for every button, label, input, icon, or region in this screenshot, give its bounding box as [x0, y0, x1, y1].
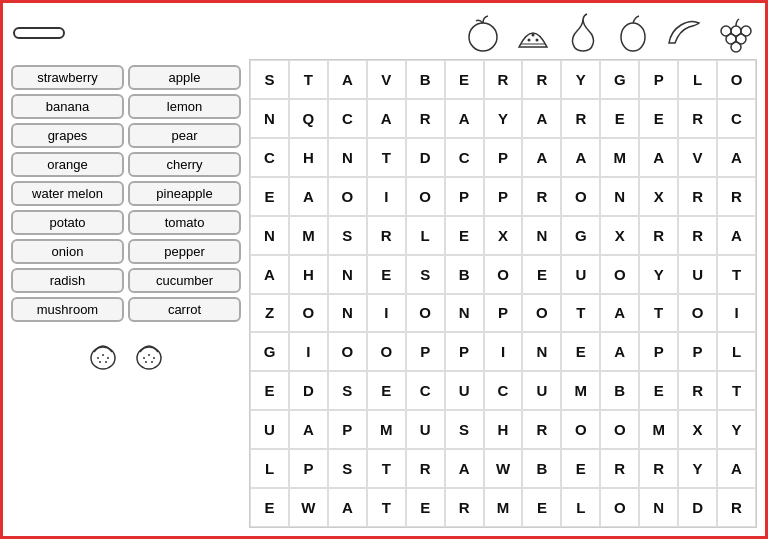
- cell-9-6: E: [639, 371, 678, 410]
- cell-0-11: L: [678, 60, 717, 99]
- cell-11-5: B: [522, 449, 561, 488]
- apple-icon: [461, 11, 505, 55]
- cell-6-2: O: [600, 255, 639, 294]
- cell-6-10: O: [406, 294, 445, 333]
- word-tag-pepper[interactable]: pepper: [128, 239, 241, 264]
- cell-12-10: D: [678, 488, 717, 527]
- cell-6-4: U: [678, 255, 717, 294]
- cell-7-10: O: [367, 332, 406, 371]
- cell-4-5: M: [289, 216, 328, 255]
- svg-point-2: [528, 39, 531, 42]
- word-tag-orange[interactable]: orange: [11, 152, 124, 177]
- word-tag-grapes[interactable]: grapes: [11, 123, 124, 148]
- cell-6-0: E: [522, 255, 561, 294]
- cell-0-5: E: [445, 60, 484, 99]
- cell-6-5: T: [717, 255, 756, 294]
- word-tag-cucumber[interactable]: cucumber: [128, 268, 241, 293]
- cell-6-6: Z: [250, 294, 289, 333]
- cell-8-11: E: [367, 371, 406, 410]
- cell-2-9: A: [522, 138, 561, 177]
- cell-5-4: A: [717, 216, 756, 255]
- cell-5-0: G: [561, 216, 600, 255]
- cell-0-4: B: [406, 60, 445, 99]
- cell-0-9: G: [600, 60, 639, 99]
- cell-11-1: T: [367, 449, 406, 488]
- cell-11-9: Y: [678, 449, 717, 488]
- cell-9-2: C: [484, 371, 523, 410]
- svg-point-21: [153, 357, 155, 359]
- cell-4-7: R: [367, 216, 406, 255]
- cell-3-2: A: [717, 138, 756, 177]
- cell-11-8: R: [639, 449, 678, 488]
- cell-9-9: U: [250, 410, 289, 449]
- word-tag-water-melon[interactable]: water melon: [11, 181, 124, 206]
- cell-3-8: P: [445, 177, 484, 216]
- bottom-fruit-2: [423, 534, 453, 539]
- cell-4-3: R: [717, 177, 756, 216]
- word-tag-radish[interactable]: radish: [11, 268, 124, 293]
- word-tag-pineapple[interactable]: pineapple: [128, 181, 241, 206]
- cell-7-7: G: [250, 332, 289, 371]
- cell-9-10: A: [289, 410, 328, 449]
- cell-8-8: E: [250, 371, 289, 410]
- cell-2-5: T: [367, 138, 406, 177]
- word-tag-strawberry[interactable]: strawberry: [11, 65, 124, 90]
- word-tag-lemon[interactable]: lemon: [128, 94, 241, 119]
- cell-2-0: R: [678, 99, 717, 138]
- cell-6-3: Y: [639, 255, 678, 294]
- cell-11-3: A: [445, 449, 484, 488]
- cell-9-1: U: [445, 371, 484, 410]
- cell-8-4: A: [600, 332, 639, 371]
- word-tag-cherry[interactable]: cherry: [128, 152, 241, 177]
- cell-5-7: N: [328, 255, 367, 294]
- svg-point-13: [97, 357, 99, 359]
- cell-7-4: T: [639, 294, 678, 333]
- cell-9-4: M: [561, 371, 600, 410]
- cell-12-5: M: [484, 488, 523, 527]
- cell-8-2: N: [522, 332, 561, 371]
- strawberry-icon-bottom2: [130, 334, 168, 372]
- cell-6-9: I: [367, 294, 406, 333]
- cell-11-10: A: [717, 449, 756, 488]
- cell-1-5: R: [406, 99, 445, 138]
- cell-7-9: O: [328, 332, 367, 371]
- cell-5-1: X: [600, 216, 639, 255]
- cell-7-11: P: [406, 332, 445, 371]
- cell-6-1: U: [561, 255, 600, 294]
- word-tag-banana[interactable]: banana: [11, 94, 124, 119]
- main-content: strawberryapplebananalemongrapespearoran…: [3, 59, 765, 522]
- word-tag-carrot[interactable]: carrot: [128, 297, 241, 322]
- cell-0-1: T: [289, 60, 328, 99]
- cell-8-5: P: [639, 332, 678, 371]
- banana-icon: [661, 11, 705, 55]
- word-tag-potato[interactable]: potato: [11, 210, 124, 235]
- cell-4-0: N: [600, 177, 639, 216]
- word-tag-apple[interactable]: apple: [128, 65, 241, 90]
- cell-1-8: A: [522, 99, 561, 138]
- cell-5-11: O: [484, 255, 523, 294]
- cell-9-8: T: [717, 371, 756, 410]
- word-tag-tomato[interactable]: tomato: [128, 210, 241, 235]
- cell-5-10: B: [445, 255, 484, 294]
- word-tag-pear[interactable]: pear: [128, 123, 241, 148]
- mango-icon: [611, 11, 655, 55]
- bottom-fruit-1: [385, 534, 415, 539]
- cell-9-3: U: [522, 371, 561, 410]
- cell-2-6: D: [406, 138, 445, 177]
- cell-3-3: E: [250, 177, 289, 216]
- svg-point-20: [148, 354, 150, 356]
- cell-3-0: A: [639, 138, 678, 177]
- bottom-bar: salad corn name:: [249, 530, 757, 539]
- cell-6-8: N: [328, 294, 367, 333]
- cell-4-6: S: [328, 216, 367, 255]
- cell-0-0: S: [250, 60, 289, 99]
- svg-point-3: [536, 39, 539, 42]
- cell-9-5: B: [600, 371, 639, 410]
- cell-5-8: E: [367, 255, 406, 294]
- word-tag-mushroom[interactable]: mushroom: [11, 297, 124, 322]
- word-tag-onion[interactable]: onion: [11, 239, 124, 264]
- cell-8-10: S: [328, 371, 367, 410]
- cell-12-3: E: [406, 488, 445, 527]
- cell-4-4: N: [250, 216, 289, 255]
- cell-10-0: M: [367, 410, 406, 449]
